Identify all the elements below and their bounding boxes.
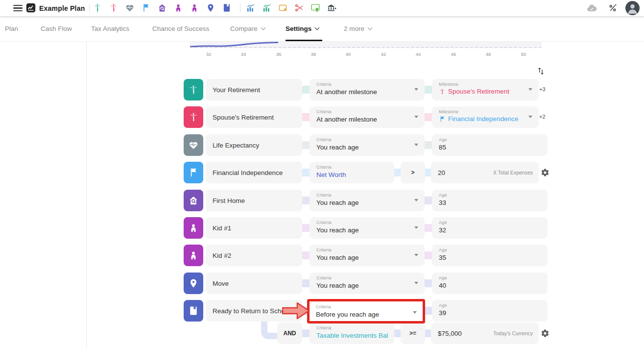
- criteria-select[interactable]: Criteria You reach age: [310, 273, 425, 294]
- age-input[interactable]: Age 32: [432, 217, 548, 239]
- tab-tax-analytics[interactable]: Tax Analytics: [91, 16, 129, 41]
- plus-count-badge: +3: [539, 86, 546, 92]
- home-search-icon[interactable]: [157, 3, 167, 13]
- criteria-value: You reach age: [316, 254, 419, 261]
- age-label: Age: [439, 248, 542, 252]
- certificate-icon[interactable]: [310, 3, 320, 13]
- age-input[interactable]: Age 85: [432, 134, 548, 156]
- criteria-value: At another milestone: [316, 116, 419, 123]
- milestone-name-field[interactable]: Life Expectancy: [206, 134, 302, 156]
- x-axis-tick: 40: [342, 51, 355, 57]
- connector: [425, 279, 432, 287]
- and-operator-badge: AND: [277, 323, 302, 344]
- flag-icon[interactable]: [184, 162, 203, 183]
- x-axis-tick: 36: [272, 51, 285, 57]
- home-search-icon[interactable]: [184, 190, 203, 211]
- milestone-target-select[interactable]: Milestone Financial Independence: [432, 106, 539, 128]
- tab-chance-of-success[interactable]: Chance of Success: [152, 16, 209, 41]
- person-icon[interactable]: [173, 3, 183, 13]
- milestone-name-field[interactable]: Your Retirement: [206, 79, 302, 100]
- connector: [302, 86, 310, 94]
- operator-select[interactable]: >=: [401, 323, 425, 344]
- palm-tree-icon[interactable]: [184, 79, 203, 100]
- criteria-select[interactable]: Criteria You reach age: [310, 190, 425, 211]
- map-pin-icon[interactable]: [206, 3, 215, 13]
- milestone-name: Life Expectancy: [213, 142, 259, 149]
- book-icon[interactable]: [184, 300, 203, 322]
- tab-2-more[interactable]: 2 more: [344, 16, 372, 41]
- sort-icon[interactable]: [536, 66, 547, 76]
- age-input[interactable]: Age 35: [432, 245, 548, 266]
- connector: [425, 197, 432, 204]
- age-input[interactable]: Age 39: [432, 300, 548, 322]
- operator-value: >=: [409, 330, 416, 337]
- book-icon[interactable]: [222, 3, 232, 13]
- connector: [302, 197, 310, 204]
- map-pin-icon[interactable]: [184, 273, 203, 294]
- operator-select[interactable]: >: [401, 162, 425, 183]
- gear-icon[interactable]: [541, 168, 549, 177]
- connector: [425, 86, 432, 94]
- person-icon[interactable]: [184, 217, 203, 239]
- person-icon[interactable]: [190, 3, 199, 13]
- milestone-target-select[interactable]: Milestone Spouse's Retirement: [432, 79, 539, 100]
- user-avatar[interactable]: [625, 1, 640, 15]
- age-value: 32: [439, 226, 542, 234]
- criteria-select[interactable]: Criteria You reach age: [310, 245, 425, 266]
- value-input[interactable]: 20 X Total Expenses: [431, 162, 539, 183]
- divider: [240, 3, 240, 13]
- milestone-name-field[interactable]: First Home: [206, 190, 302, 211]
- tab-settings[interactable]: Settings: [286, 16, 319, 41]
- value-input[interactable]: $75,000 Today's Currency: [431, 323, 539, 344]
- milestone-name-field[interactable]: Financial Independence: [206, 162, 302, 183]
- chevron-down-icon: [528, 88, 532, 91]
- percent-sparkle-icon[interactable]: [608, 3, 618, 13]
- plan-title: Example Plan: [39, 4, 85, 12]
- tab-plan[interactable]: Plan: [5, 16, 18, 41]
- milestone-name-field[interactable]: Kid #2: [206, 245, 302, 266]
- card-x-icon[interactable]: [278, 3, 288, 13]
- gear-icon[interactable]: [541, 329, 549, 338]
- criteria-select[interactable]: Criteria At another milestone: [310, 106, 425, 128]
- tab-label: Tax Analytics: [91, 25, 129, 32]
- tab-label: Settings: [286, 25, 311, 32]
- criteria-select[interactable]: Criteria Taxable Investments Balan...: [310, 323, 394, 344]
- chevron-down-icon: [528, 116, 532, 118]
- scissors-icon[interactable]: [294, 3, 304, 13]
- x-axis-tick: 44: [412, 51, 425, 57]
- hamburger-menu-icon[interactable]: [13, 5, 23, 12]
- chart-arrow-icon[interactable]: [246, 3, 256, 13]
- milestone-name-field[interactable]: Kid #1: [206, 217, 302, 239]
- age-value: 33: [439, 199, 542, 206]
- milestone-name-field[interactable]: Move: [206, 273, 302, 294]
- highlight-annotation-box: Criteria Before you reach age: [307, 299, 425, 323]
- criteria-select[interactable]: Criteria You reach age: [310, 134, 425, 156]
- person-icon[interactable]: [184, 245, 203, 266]
- chevron-down-icon: [261, 25, 265, 30]
- bank-arrow-icon[interactable]: [327, 3, 336, 13]
- flag-icon[interactable]: [141, 3, 151, 13]
- milestone-row-kid-2: Kid #2 Criteria You reach age Age 35: [0, 245, 644, 266]
- milestone-name: Ready to Return to School: [213, 307, 290, 315]
- age-value: 35: [439, 254, 542, 261]
- criteria-value: You reach age: [316, 199, 419, 206]
- criteria-select[interactable]: Criteria You reach age: [310, 217, 425, 239]
- connector: [394, 329, 401, 337]
- cloud-sync-icon: [586, 3, 597, 13]
- chevron-down-icon: [414, 144, 418, 146]
- nav-tab-bar: Plan Cash Flow Tax Analytics Chance of S…: [0, 16, 644, 42]
- chart-arrow-icon[interactable]: [262, 3, 272, 13]
- palm-tree-icon[interactable]: [109, 3, 119, 13]
- connector: [302, 224, 310, 232]
- heart-pulse-icon[interactable]: [125, 3, 135, 13]
- palm-tree-icon[interactable]: [184, 106, 203, 128]
- palm-tree-icon[interactable]: [93, 3, 102, 13]
- heart-pulse-icon[interactable]: [184, 134, 203, 156]
- milestone-name-field[interactable]: Spouse's Retirement: [206, 106, 302, 128]
- age-input[interactable]: Age 40: [432, 273, 548, 294]
- age-input[interactable]: Age 33: [432, 190, 548, 211]
- tab-compare[interactable]: Compare: [230, 16, 265, 41]
- tab-cash-flow[interactable]: Cash Flow: [41, 16, 72, 41]
- criteria-select[interactable]: Criteria Net Worth: [310, 162, 394, 183]
- criteria-select[interactable]: Criteria At another milestone: [310, 79, 425, 100]
